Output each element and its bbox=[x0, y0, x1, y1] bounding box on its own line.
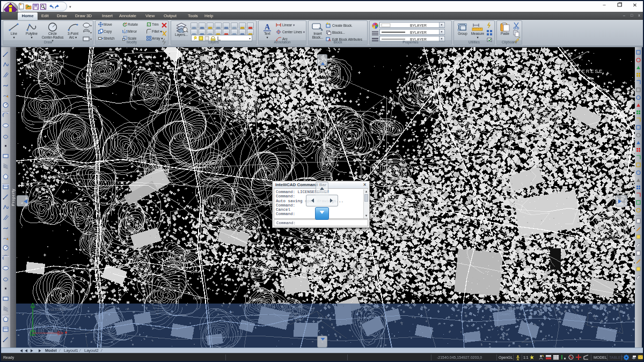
svg-text:▾: ▾ bbox=[90, 31, 92, 34]
svg-text:A: A bbox=[265, 23, 270, 31]
svg-text:R. DAS: R. DAS bbox=[251, 59, 264, 63]
svg-text:▾: ▾ bbox=[90, 24, 92, 27]
svg-text:EPAL: EPAL bbox=[138, 159, 148, 162]
svg-text:LICEU: LICEU bbox=[193, 297, 203, 300]
svg-text:ACADEMIA: ACADEMIA bbox=[392, 269, 412, 273]
svg-text:CAMPO: CAMPO bbox=[499, 313, 511, 316]
svg-text:SANTE TERESE: SANTE TERESE bbox=[554, 69, 603, 74]
